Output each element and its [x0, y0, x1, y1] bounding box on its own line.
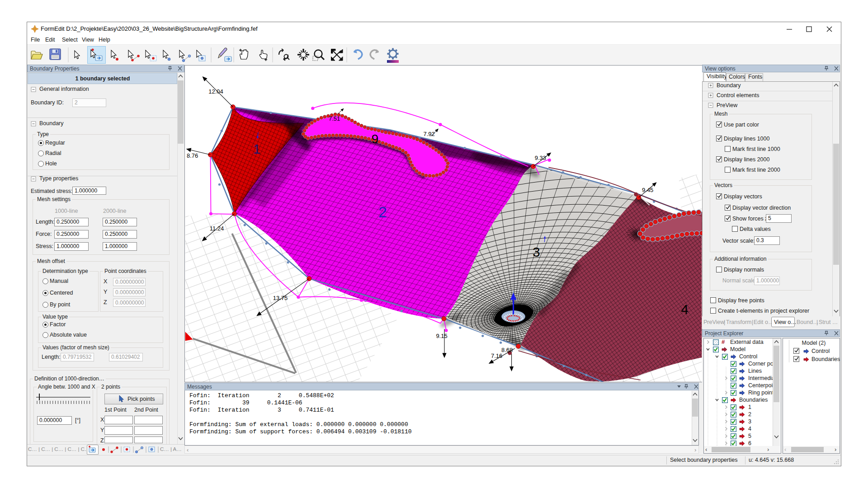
svg-text:11.24: 11.24	[210, 225, 224, 232]
svg-text:1: 1	[253, 141, 261, 156]
svg-text:4: 4	[681, 302, 689, 317]
svg-text:7.16: 7.16	[491, 352, 502, 359]
svg-text:9.33: 9.33	[535, 155, 546, 161]
svg-text:3: 3	[533, 244, 540, 259]
svg-text:8.68: 8.68	[501, 347, 513, 353]
svg-text:7.92: 7.92	[423, 131, 434, 137]
svg-text:7.51: 7.51	[329, 115, 340, 122]
svg-text:9.15: 9.15	[436, 333, 447, 339]
svg-text:2: 2	[378, 203, 387, 221]
svg-text:9.45: 9.45	[642, 187, 653, 193]
svg-text:13.75: 13.75	[273, 295, 288, 301]
svg-text:12.04: 12.04	[208, 88, 223, 95]
svg-text:9: 9	[372, 132, 379, 146]
svg-text:8.76: 8.76	[187, 152, 198, 159]
